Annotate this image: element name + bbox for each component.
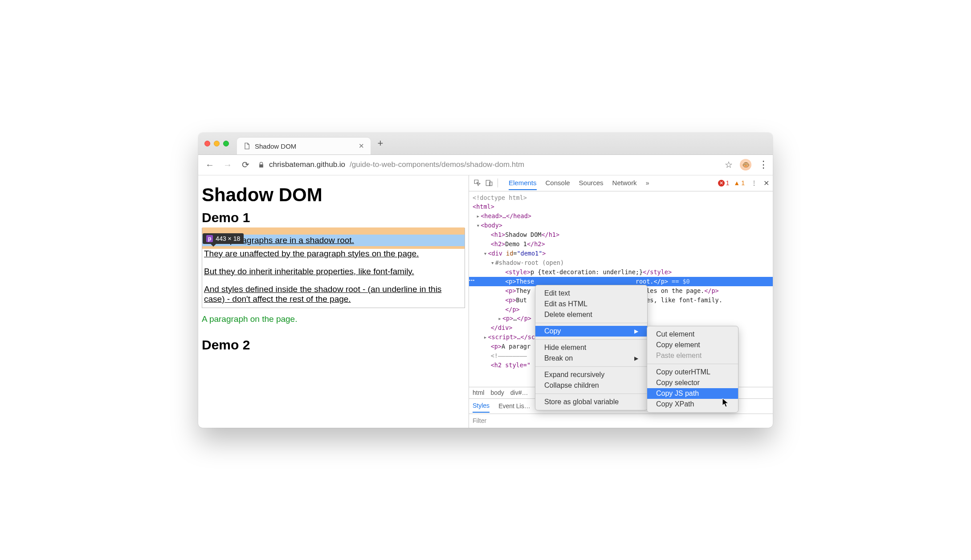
ctx-delete[interactable]: Delete element — [535, 309, 647, 320]
devtools-close-icon[interactable]: ✕ — [763, 179, 769, 187]
svg-rect-1 — [490, 182, 492, 186]
zoom-window-button[interactable] — [223, 141, 229, 146]
tooltip-dims: 443 × 18 — [216, 235, 240, 242]
divider — [535, 339, 647, 340]
error-badge[interactable]: ✕1 — [718, 179, 730, 187]
close-window-button[interactable] — [204, 141, 210, 146]
ctx-break-on[interactable]: Break on▶ — [535, 353, 647, 364]
titlebar: Shadow DOM ✕ + — [198, 133, 773, 155]
divider — [498, 179, 498, 187]
new-tab-button[interactable]: + — [374, 138, 387, 149]
sub-copy-selector[interactable]: Copy selector — [647, 377, 738, 388]
subtab-event-listeners[interactable]: Event Lis… — [498, 400, 530, 412]
divider — [535, 394, 647, 394]
devtools-menu-icon[interactable]: ⋮ — [751, 179, 757, 187]
tab-elements[interactable]: Elements — [509, 176, 537, 190]
minimize-window-button[interactable] — [214, 141, 220, 146]
divider — [535, 323, 647, 323]
crumb-body[interactable]: body — [490, 389, 504, 396]
cursor-icon — [722, 398, 730, 408]
crumb-html[interactable]: html — [473, 389, 484, 396]
demo1-p4: And styles defined inside the shadow roo… — [202, 284, 465, 304]
page-content: Shadow DOM Demo 1 These paragraphs are i… — [198, 175, 469, 428]
page-icon — [243, 142, 250, 150]
subtab-styles[interactable]: Styles — [473, 399, 490, 413]
sub-cut[interactable]: Cut element — [647, 329, 738, 340]
content-area: p 443 × 18 Shadow DOM Demo 1 These parag… — [198, 175, 773, 428]
divider — [535, 366, 647, 367]
ctx-expand[interactable]: Expand recursively — [535, 369, 647, 380]
more-tabs-icon[interactable]: » — [646, 179, 649, 187]
url-field[interactable]: chrisbateman.github.io/guide-to-web-comp… — [258, 160, 718, 169]
menu-button[interactable]: ⋮ — [759, 159, 767, 170]
ctx-collapse[interactable]: Collapse children — [535, 380, 647, 391]
outside-paragraph: A paragraph on the page. — [202, 314, 469, 324]
url-host: chrisbateman.github.io — [269, 160, 345, 169]
back-button[interactable]: ← — [204, 160, 215, 170]
ctx-edit-html[interactable]: Edit as HTML — [535, 299, 647, 309]
bookmark-button[interactable]: ☆ — [725, 159, 733, 170]
inspect-icon[interactable] — [473, 178, 482, 188]
crumb-div[interactable]: div#… — [510, 389, 528, 396]
ctx-hide[interactable]: Hide element — [535, 342, 647, 353]
tab-network[interactable]: Network — [612, 176, 637, 190]
sub-copy-element[interactable]: Copy element — [647, 340, 738, 350]
demo1-p2: They are unaffected by the paragraph sty… — [202, 249, 465, 259]
sub-copy-js-path[interactable]: Copy JS path — [647, 388, 738, 399]
page-h2-demo1: Demo 1 — [202, 210, 469, 225]
devtools-tabs: Elements Console Sources Network — [509, 176, 637, 190]
profile-avatar[interactable]: 🐵 — [740, 159, 751, 170]
ctx-edit-text[interactable]: Edit text — [535, 288, 647, 299]
submenu-arrow-icon: ▶ — [634, 355, 638, 361]
divider — [647, 364, 738, 364]
tab-title: Shadow DOM — [255, 142, 354, 150]
ctx-store-global[interactable]: Store as global variable — [535, 397, 647, 407]
tab-sources[interactable]: Sources — [579, 176, 604, 190]
element-tooltip: p 443 × 18 — [203, 233, 244, 244]
tab-close-icon[interactable]: ✕ — [359, 142, 364, 150]
url-path: /guide-to-web-components/demos/shadow-do… — [350, 160, 524, 169]
address-bar: ← → ⟳ chrisbateman.github.io/guide-to-we… — [198, 155, 773, 175]
forward-button[interactable]: → — [222, 160, 233, 170]
tab-console[interactable]: Console — [546, 176, 570, 190]
tooltip-tag: p — [206, 235, 213, 242]
styles-filter[interactable]: Filter — [469, 414, 773, 428]
context-menu: Edit text Edit as HTML Delete element Co… — [535, 285, 648, 410]
submenu-arrow-icon: ▶ — [634, 328, 638, 334]
device-toggle-icon[interactable] — [484, 178, 494, 188]
window-controls — [204, 141, 229, 146]
page-h2-demo2: Demo 2 — [202, 337, 469, 353]
ctx-copy[interactable]: Copy▶ — [535, 326, 647, 337]
reload-button[interactable]: ⟳ — [240, 159, 251, 170]
devtools-header: Elements Console Sources Network » ✕1 ▲1… — [469, 175, 773, 191]
page-h1: Shadow DOM — [202, 184, 469, 206]
browser-tab[interactable]: Shadow DOM ✕ — [237, 138, 371, 154]
warning-badge[interactable]: ▲1 — [734, 179, 745, 187]
sub-copy-outerhtml[interactable]: Copy outerHTML — [647, 367, 738, 377]
sub-paste: Paste element — [647, 350, 738, 361]
browser-window: Shadow DOM ✕ + ← → ⟳ chrisbateman.github… — [198, 133, 773, 428]
lock-icon — [258, 162, 265, 168]
demo1-p3: But they do inherit inheritable properti… — [202, 267, 465, 276]
devtools-panel: Elements Console Sources Network » ✕1 ▲1… — [469, 175, 773, 428]
